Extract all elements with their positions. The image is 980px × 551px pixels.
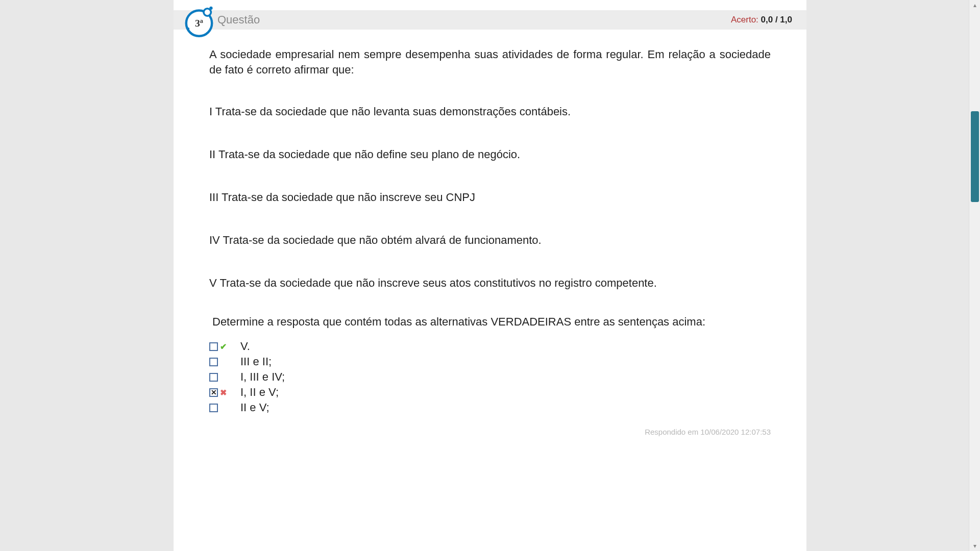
question-card: 3ª Questão Acerto: 0,0 / 1,0 A sociedade… xyxy=(174,0,806,551)
option-row: I, III e IV; xyxy=(209,370,771,384)
option-row: III e II; xyxy=(209,355,771,368)
options-list: ✔ V. III e II; I, III e IV; ✕ ✖ I, II e … xyxy=(209,340,771,414)
question-number-text: 3ª xyxy=(195,17,203,29)
statement-1: I Trata-se da sociedade que não levanta … xyxy=(209,105,771,118)
option-label: II e V; xyxy=(240,401,270,414)
scroll-up-arrow-icon[interactable]: ▴ xyxy=(969,0,980,10)
score-label: Acerto: xyxy=(731,15,761,24)
question-prompt: A sociedade empresarial nem sempre desem… xyxy=(209,47,771,77)
question-label: Questão xyxy=(217,13,260,27)
option-label: I, III e IV; xyxy=(240,370,285,384)
statement-4: IV Trata-se da sociedade que não obtém a… xyxy=(209,234,771,247)
option-label: V. xyxy=(240,340,250,353)
correct-mark-icon: ✔ xyxy=(220,342,231,352)
score-max: 1,0 xyxy=(780,15,792,24)
answer-instruction: Determine a resposta que contém todas as… xyxy=(209,315,771,329)
header-bar: Questão Acerto: 0,0 / 1,0 xyxy=(174,10,806,30)
score-sep: / xyxy=(773,15,780,24)
scrollbar-thumb[interactable] xyxy=(971,111,979,202)
svg-point-3 xyxy=(187,28,189,30)
option-checkbox[interactable] xyxy=(209,342,218,351)
statement-5: V Trata-se da sociedade que não inscreve… xyxy=(209,277,771,290)
option-checkbox-checked[interactable]: ✕ xyxy=(209,388,218,397)
question-header: 3ª Questão Acerto: 0,0 / 1,0 xyxy=(174,0,806,35)
score-block: Acerto: 0,0 / 1,0 xyxy=(731,15,792,25)
statement-2: II Trata-se da sociedade que não define … xyxy=(209,148,771,161)
option-row: ✔ V. xyxy=(209,340,771,353)
wrong-mark-icon: ✖ xyxy=(220,388,231,397)
option-label: III e II; xyxy=(240,355,272,368)
svg-point-1 xyxy=(204,9,211,16)
question-content: A sociedade empresarial nem sempre desem… xyxy=(174,35,806,421)
scrollbar[interactable]: ▴ ▾ xyxy=(969,0,980,551)
answered-timestamp: Respondido em 10/06/2020 12:07:53 xyxy=(174,421,806,436)
option-row: II e V; xyxy=(209,401,771,414)
option-row: ✕ ✖ I, II e V; xyxy=(209,386,771,399)
scroll-down-arrow-icon[interactable]: ▾ xyxy=(969,541,980,551)
option-label: I, II e V; xyxy=(240,386,279,399)
svg-point-2 xyxy=(209,7,212,10)
option-checkbox[interactable] xyxy=(209,358,218,366)
score-got: 0,0 xyxy=(761,15,773,24)
question-number-badge: 3ª xyxy=(181,3,217,40)
statement-3: III Trata-se da sociedade que não inscre… xyxy=(209,191,771,204)
option-checkbox[interactable] xyxy=(209,404,218,412)
option-checkbox[interactable] xyxy=(209,373,218,382)
svg-point-4 xyxy=(190,33,192,35)
